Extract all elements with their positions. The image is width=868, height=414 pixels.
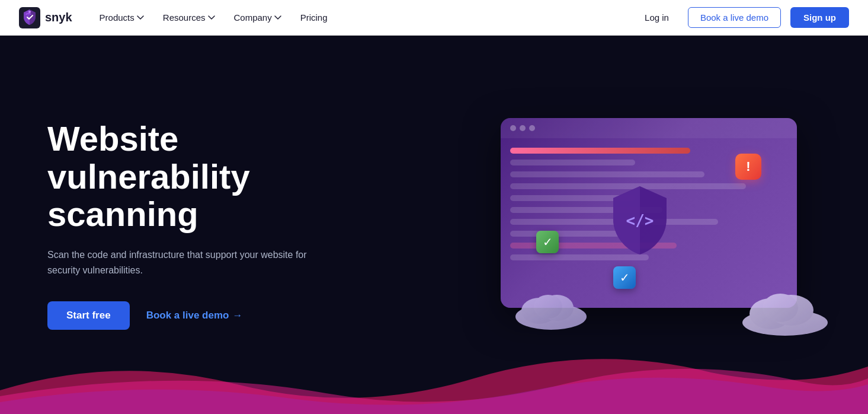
browser-line-7: [510, 231, 621, 237]
chevron-down-icon: [274, 14, 281, 21]
hero-subtitle: Scan the code and infrastructure that su…: [47, 247, 308, 278]
browser-dot-2: [520, 125, 526, 131]
browser-line-9: [510, 254, 649, 260]
start-free-button[interactable]: Start free: [47, 301, 130, 330]
browser-line-2: [510, 171, 704, 177]
browser-titlebar: [501, 118, 797, 138]
book-demo-button-nav[interactable]: Book a live demo: [688, 7, 781, 28]
svg-text:</>: </>: [626, 212, 654, 230]
svg-point-1: [28, 11, 31, 13]
book-demo-button-hero[interactable]: Book a live demo →: [146, 310, 243, 321]
signup-button[interactable]: Sign up: [790, 7, 849, 28]
shield-code-icon: </>: [607, 183, 672, 254]
shield-icon-wrapper: </>: [607, 183, 672, 254]
nav-resources[interactable]: Resources: [155, 8, 223, 27]
hero-illustration: ! </> ✓ ✓: [501, 106, 821, 343]
logo-text: snyk: [45, 11, 72, 24]
check-badge-2: ✓: [613, 266, 636, 289]
chevron-down-icon: [137, 14, 144, 21]
nav-links: Products Resources Company Pricing: [91, 8, 635, 27]
hero-section: Website vulnerability scanning Scan the …: [0, 36, 868, 414]
svg-point-6: [534, 295, 562, 319]
cloud-left-icon: [513, 284, 590, 332]
nav-pricing[interactable]: Pricing: [292, 8, 336, 27]
browser-dot-3: [529, 125, 535, 131]
nav-actions: Log in Book a live demo Sign up: [635, 7, 849, 28]
nav-company[interactable]: Company: [226, 8, 290, 27]
browser-dot-1: [510, 125, 516, 131]
logo[interactable]: snyk: [19, 7, 72, 28]
hero-content: Website vulnerability scanning Scan the …: [47, 120, 355, 330]
login-button[interactable]: Log in: [635, 8, 678, 27]
chevron-down-icon: [208, 14, 215, 21]
snyk-logo-icon: [19, 7, 40, 28]
nav-products[interactable]: Products: [91, 8, 152, 27]
hero-title: Website vulnerability scanning: [47, 120, 355, 233]
hero-wave: [0, 343, 868, 414]
browser-line-1: [510, 160, 635, 165]
browser-line-highlight: [510, 148, 690, 154]
navbar: snyk Products Resources Company Pricing …: [0, 0, 868, 36]
svg-point-10: [763, 294, 798, 322]
check-badge-1: ✓: [536, 231, 559, 253]
alert-badge: !: [735, 154, 761, 180]
cloud-right-icon: [738, 284, 832, 337]
hero-buttons: Start free Book a live demo →: [47, 301, 355, 330]
